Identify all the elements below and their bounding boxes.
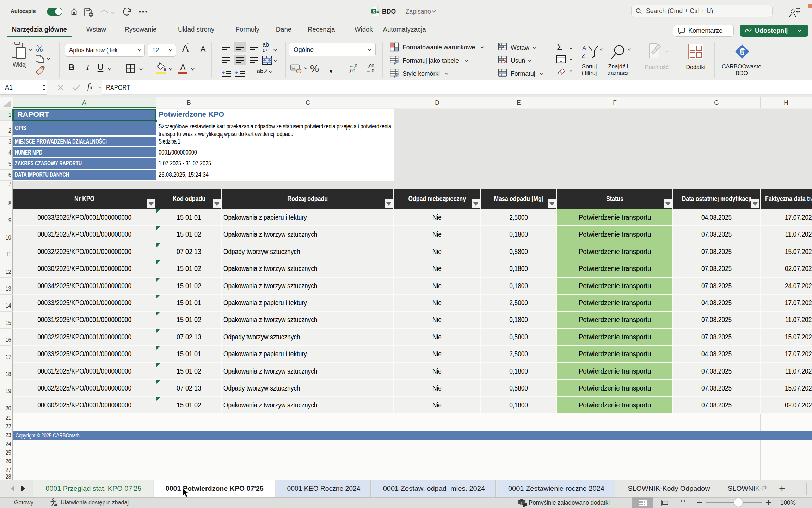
svg-text:A: A [582, 45, 586, 52]
svg-text:X: X [373, 9, 375, 13]
svg-text:Z: Z [582, 53, 585, 59]
